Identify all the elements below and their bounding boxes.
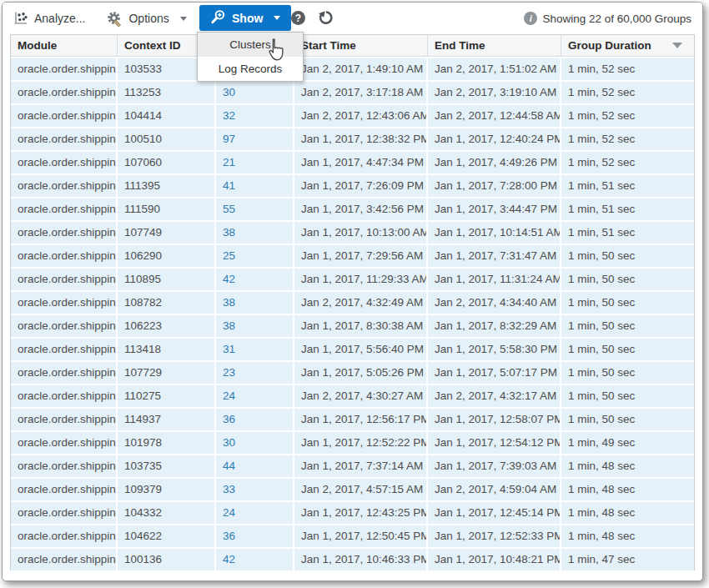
cell-context-id: 113418 <box>118 339 216 360</box>
column-header-end-time[interactable]: End Time <box>428 35 561 56</box>
cell-count-link[interactable]: 36 <box>216 409 294 430</box>
table-row[interactable]: oracle.order.shipping10013642Jan 1, 2017… <box>11 549 694 570</box>
table-row[interactable]: oracle.order.shipping103533Jan 2, 2017, … <box>11 58 694 80</box>
cell-module: oracle.order.shipping <box>11 128 118 150</box>
cell-context-id: 110275 <box>118 385 216 407</box>
help-icon: ? <box>291 11 305 25</box>
cell-module: oracle.order.shipping <box>11 385 118 407</box>
show-dropdown-menu: Clusters Log Records <box>197 32 304 82</box>
cell-context-id: 103735 <box>118 455 216 477</box>
cell-start-time: Jan 1, 2017, 3:42:56 PM <box>294 199 428 220</box>
analyze-button[interactable]: Analyze... <box>13 11 85 26</box>
column-header-label: End Time <box>435 39 485 52</box>
cell-module: oracle.order.shipping <box>11 152 118 173</box>
cell-count-link[interactable]: 97 <box>216 128 294 150</box>
table-row[interactable]: oracle.order.shipping10462236Jan 1, 2017… <box>11 525 694 547</box>
menu-item-log-records[interactable]: Log Records <box>198 57 303 81</box>
cell-end-time: Jan 1, 2017, 10:48:21 PM <box>428 549 561 570</box>
cell-context-id: 114937 <box>118 409 216 430</box>
column-header-group-duration[interactable]: Group Duration <box>561 35 694 56</box>
table-row[interactable]: oracle.order.shipping11027524Jan 2, 2017… <box>11 385 694 407</box>
cell-count-link[interactable]: 31 <box>216 339 294 360</box>
table-row[interactable]: oracle.order.shipping10772923Jan 1, 2017… <box>11 362 694 384</box>
cell-count-link[interactable]: 24 <box>216 502 294 524</box>
sort-descending-icon[interactable] <box>672 43 682 48</box>
table-row[interactable]: oracle.order.shipping11139541Jan 1, 2017… <box>11 175 694 197</box>
cell-group-duration: 1 min, 50 sec <box>561 385 694 407</box>
cell-start-time: Jan 1, 2017, 8:30:38 AM <box>294 315 428 337</box>
cell-context-id: 113253 <box>118 82 216 103</box>
cell-end-time: Jan 2, 2017, 4:59:04 AM <box>428 479 561 500</box>
options-button[interactable]: Options <box>107 11 186 27</box>
cell-context-id: 109379 <box>118 479 216 500</box>
help-button[interactable]: ? <box>291 11 305 25</box>
cell-count-link[interactable]: 33 <box>216 479 294 500</box>
cell-start-time: Jan 1, 2017, 12:43:25 PM <box>294 502 428 524</box>
cell-module: oracle.order.shipping <box>11 222 118 244</box>
cell-module: oracle.order.shipping <box>11 175 118 197</box>
cell-start-time: Jan 2, 2017, 4:32:49 AM <box>294 292 428 314</box>
chevron-down-icon <box>180 17 187 21</box>
cell-context-id: 108782 <box>118 292 216 314</box>
cell-end-time: Jan 1, 2017, 12:40:24 PM <box>428 128 561 150</box>
table-row[interactable]: oracle.order.shipping11341831Jan 1, 2017… <box>11 339 694 360</box>
column-header-module[interactable]: Module <box>11 35 118 56</box>
cell-start-time: Jan 2, 2017, 3:17:18 AM <box>294 82 428 103</box>
table-row[interactable]: oracle.order.shipping10622338Jan 1, 2017… <box>11 315 694 337</box>
cell-module: oracle.order.shipping <box>11 58 118 80</box>
table-row[interactable]: oracle.order.shipping11325330Jan 2, 2017… <box>11 82 694 103</box>
cell-count-link[interactable]: 24 <box>216 385 294 407</box>
column-header-start-time[interactable]: Start Time <box>294 35 428 56</box>
cell-count-link[interactable]: 36 <box>216 525 294 547</box>
table-body: oracle.order.shipping103533Jan 2, 2017, … <box>11 57 694 570</box>
cell-group-duration: 1 min, 48 sec <box>561 455 694 477</box>
table-row[interactable]: oracle.order.shipping10051097Jan 1, 2017… <box>11 128 694 150</box>
table-row[interactable]: oracle.order.shipping11493736Jan 1, 2017… <box>11 409 694 430</box>
cell-module: oracle.order.shipping <box>11 245 118 267</box>
cell-count-link[interactable]: 23 <box>216 362 294 384</box>
table-row[interactable]: oracle.order.shipping10937933Jan 2, 2017… <box>11 479 694 500</box>
cell-count-link[interactable]: 38 <box>216 292 294 314</box>
table-row[interactable]: oracle.order.shipping10197830Jan 1, 2017… <box>11 432 694 454</box>
cell-module: oracle.order.shipping <box>11 549 118 570</box>
cell-group-duration: 1 min, 52 sec <box>561 152 694 173</box>
cell-end-time: Jan 1, 2017, 12:52:33 PM <box>428 525 561 547</box>
cell-count-link[interactable]: 38 <box>216 222 294 244</box>
cell-group-duration: 1 min, 51 sec <box>561 199 694 220</box>
chevron-down-icon <box>274 16 280 20</box>
cell-count-link[interactable]: 25 <box>216 245 294 267</box>
cell-count-link[interactable]: 42 <box>216 549 294 570</box>
refresh-button[interactable] <box>318 10 334 28</box>
cell-group-duration: 1 min, 52 sec <box>561 128 694 150</box>
groups-table: ModuleContext IDStart TimeEnd TimeGroup … <box>10 34 695 570</box>
cell-end-time: Jan 1, 2017, 5:58:30 PM <box>428 339 561 360</box>
cell-start-time: Jan 1, 2017, 7:26:09 PM <box>294 175 428 197</box>
cell-end-time: Jan 1, 2017, 7:39:03 AM <box>428 455 561 477</box>
cell-count-link[interactable]: 38 <box>216 315 294 337</box>
table-row[interactable]: oracle.order.shipping10774938Jan 1, 2017… <box>11 222 694 244</box>
cell-count-link[interactable]: 30 <box>216 82 294 103</box>
table-row[interactable]: oracle.order.shipping10441432Jan 2, 2017… <box>11 105 694 127</box>
show-button[interactable]: Show <box>199 5 291 31</box>
table-row[interactable]: oracle.order.shipping10878238Jan 2, 2017… <box>11 292 694 314</box>
cell-count-link[interactable]: 21 <box>216 152 294 173</box>
table-row[interactable]: oracle.order.shipping11089542Jan 1, 2017… <box>11 269 694 290</box>
column-header-label: Context ID <box>124 39 181 52</box>
cell-count-link[interactable]: 32 <box>216 105 294 127</box>
show-button-label: Show <box>232 12 263 25</box>
cell-count-link[interactable]: 42 <box>216 269 294 290</box>
table-row[interactable]: oracle.order.shipping10706021Jan 1, 2017… <box>11 152 694 173</box>
menu-item-clusters[interactable]: Clusters <box>198 33 303 57</box>
cell-context-id: 111590 <box>118 199 216 220</box>
table-row[interactable]: oracle.order.shipping10629025Jan 1, 2017… <box>11 245 694 267</box>
cell-end-time: Jan 1, 2017, 12:45:14 PM <box>428 502 561 524</box>
cell-count-link[interactable]: 30 <box>216 432 294 454</box>
cell-count-link[interactable]: 44 <box>216 455 294 477</box>
table-row[interactable]: oracle.order.shipping11159055Jan 1, 2017… <box>11 199 694 220</box>
table-row[interactable]: oracle.order.shipping10373544Jan 1, 2017… <box>11 455 694 477</box>
cell-count-link[interactable]: 41 <box>216 175 294 197</box>
cell-count-link[interactable]: 55 <box>216 199 294 220</box>
cell-module: oracle.order.shipping <box>11 455 118 477</box>
table-row[interactable]: oracle.order.shipping10433224Jan 1, 2017… <box>11 502 694 524</box>
cell-context-id: 104332 <box>118 502 216 524</box>
